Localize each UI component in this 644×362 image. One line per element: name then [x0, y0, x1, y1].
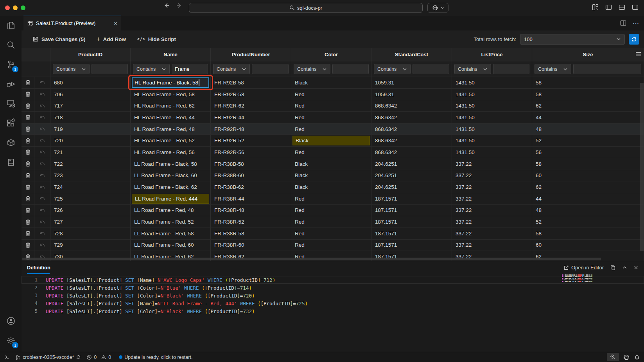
cell-Color[interactable]: Red [291, 124, 371, 135]
sql-line[interactable]: 3UPDATE [SalesLT].[Product] SET [Color] … [22, 292, 644, 299]
cell-Size[interactable]: 58 [532, 158, 644, 170]
column-header-Size[interactable]: Size [532, 48, 644, 61]
sql-script-editor[interactable]: 1UPDATE [SalesLT].[Product] SET [Name] =… [22, 274, 644, 315]
activitybar-item-containers[interactable] [0, 133, 22, 152]
cell-ProductNumber[interactable]: FR-R38R-44 [211, 193, 291, 204]
cell-Size[interactable]: 58 [532, 89, 644, 100]
cell-ListPrice[interactable]: 337.22 [452, 205, 532, 216]
cell-ProductNumber[interactable]: FR-R92R-52 [211, 135, 291, 146]
cell-StandardCost[interactable]: 187.1571 [371, 193, 452, 204]
delete-row-button[interactable] [22, 193, 34, 204]
split-editor-icon[interactable] [620, 20, 626, 26]
cell-StandardCost[interactable]: 1059.31 [371, 89, 452, 100]
filter-input-ListPrice[interactable] [493, 64, 529, 74]
filter-input-Size[interactable] [573, 64, 641, 74]
filter-operator-StandardCost[interactable]: Contains [374, 64, 411, 74]
column-header-Color[interactable]: Color [291, 48, 371, 61]
cell-Size[interactable]: 60 [532, 170, 644, 181]
revert-row-button[interactable] [34, 216, 50, 228]
copilot-menu-button[interactable] [427, 3, 448, 13]
filter-input-ProductNumber[interactable] [252, 64, 289, 74]
filter-operator-Color[interactable]: Contains [294, 64, 330, 74]
cell-ProductID[interactable]: 723 [50, 170, 131, 181]
activitybar-item-accounts[interactable] [0, 311, 22, 331]
collapse-panel-icon[interactable] [622, 265, 627, 270]
cell-ProductNumber[interactable]: FR-R38B-62 [211, 181, 291, 193]
cell-ListPrice[interactable]: 337.22 [452, 216, 532, 228]
revert-row-button[interactable] [34, 193, 50, 204]
tab-salesLT-product[interactable]: SalesLT.Product (Preview) × [23, 16, 121, 30]
cell-ProductID[interactable]: 724 [50, 181, 131, 193]
delete-row-button[interactable] [22, 158, 34, 170]
remote-indicator[interactable] [4, 354, 10, 360]
cell-ProductID[interactable]: 719 [50, 124, 131, 135]
cell-Size[interactable]: 52 [532, 135, 644, 146]
cell-ProductNumber[interactable]: FR-R38R-58 [211, 228, 291, 239]
cell-Color[interactable]: Red [291, 228, 371, 239]
cell-Size[interactable]: 48 [532, 124, 644, 135]
revert-row-button[interactable] [34, 170, 50, 181]
cell-Name[interactable]: HL Road Frame - Red, 62 [131, 100, 211, 111]
sql-line[interactable]: 1UPDATE [SalesLT].[Product] SET [Name] =… [22, 276, 644, 284]
cell-Color[interactable]: Red [291, 112, 371, 123]
filter-input-StandardCost[interactable] [413, 64, 449, 74]
revert-row-button[interactable] [34, 181, 50, 193]
delete-row-button[interactable] [22, 124, 34, 135]
cell-ProductID[interactable]: 727 [50, 216, 131, 228]
close-window-button[interactable] [5, 5, 10, 10]
cell-Name[interactable]: HL Road Frame - Red, 56 [131, 147, 211, 158]
cell-ProductNumber[interactable]: FR-R92R-58 [211, 89, 291, 100]
activitybar-item-explorer[interactable] [0, 16, 22, 35]
cell-Name[interactable]: HL Road Frame - Red, 52 [131, 135, 211, 146]
cell-ProductNumber[interactable]: FR-R92B-58 [211, 77, 291, 88]
copilot-status-icon[interactable] [623, 354, 630, 361]
maximize-window-button[interactable] [21, 5, 25, 10]
cell-Name[interactable]: LL Road Frame - Red, 444 [131, 193, 211, 204]
cell-ProductID[interactable]: 718 [50, 112, 131, 123]
zoom-status-button[interactable] [607, 353, 619, 361]
delete-row-button[interactable] [22, 240, 34, 251]
cell-Color[interactable]: Red [291, 193, 371, 204]
revert-row-button[interactable] [34, 100, 50, 111]
filter-operator-ProductID[interactable]: Contains [53, 64, 90, 74]
more-actions-icon[interactable]: ⋯ [633, 20, 639, 27]
close-tab-icon[interactable]: × [114, 20, 117, 27]
filter-input-Color[interactable] [332, 64, 369, 74]
cell-ProductID[interactable]: 726 [50, 205, 131, 216]
cell-StandardCost[interactable]: 868.6342 [371, 124, 452, 135]
update-ready-indicator[interactable]: Update is ready, click to restart. [119, 355, 192, 360]
filter-input-Name[interactable]: Frame [172, 64, 208, 74]
cell-StandardCost[interactable]: 187.1571 [371, 240, 452, 251]
cell-ListPrice[interactable]: 1431.50 [452, 77, 532, 88]
revert-row-button[interactable] [34, 205, 50, 216]
cell-StandardCost[interactable]: 868.6342 [371, 135, 452, 146]
cell-ProductID[interactable]: 725 [50, 193, 131, 204]
cell-ProductNumber[interactable]: FR-R92R-62 [211, 100, 291, 111]
cell-StandardCost[interactable]: 204.6251 [371, 158, 452, 170]
column-header-ProductID[interactable]: ProductID [50, 48, 131, 61]
toggle-primary-sidebar-icon[interactable] [605, 4, 612, 11]
delete-row-button[interactable] [22, 100, 34, 111]
definition-tab[interactable]: Definition [27, 261, 50, 274]
revert-row-button[interactable] [34, 135, 50, 146]
cell-StandardCost[interactable]: 1059.31 [371, 77, 452, 88]
cell-StandardCost[interactable]: 204.6251 [371, 170, 452, 181]
dirty-cell-value[interactable]: LL Road Frame - Red, 444 [132, 194, 209, 204]
activitybar-item-search[interactable] [0, 35, 22, 55]
cell-Color[interactable]: Black [291, 181, 371, 193]
cell-Size[interactable]: 52 [532, 216, 644, 228]
cell-Name[interactable]: HL Road Frame - Red, 44 [131, 112, 211, 123]
horizontal-scrollbar[interactable] [22, 258, 601, 260]
cell-Size[interactable]: 58 [532, 77, 644, 88]
revert-row-button[interactable] [34, 77, 50, 88]
cell-ProductNumber[interactable]: FR-R92R-44 [211, 112, 291, 123]
cell-StandardCost[interactable]: 204.6251 [371, 181, 452, 193]
column-header-ProductNumber[interactable]: ProductNumber [211, 48, 291, 61]
cell-Name[interactable]: HL Road Frame - Red, 48 [131, 124, 211, 135]
cell-ProductNumber[interactable]: FR-R38R-52 [211, 216, 291, 228]
cell-ListPrice[interactable]: 337.22 [452, 228, 532, 239]
cell-Size[interactable]: 44 [532, 112, 644, 123]
revert-row-button[interactable] [34, 240, 50, 251]
copy-icon[interactable] [610, 265, 616, 271]
delete-row-button[interactable] [22, 228, 34, 239]
